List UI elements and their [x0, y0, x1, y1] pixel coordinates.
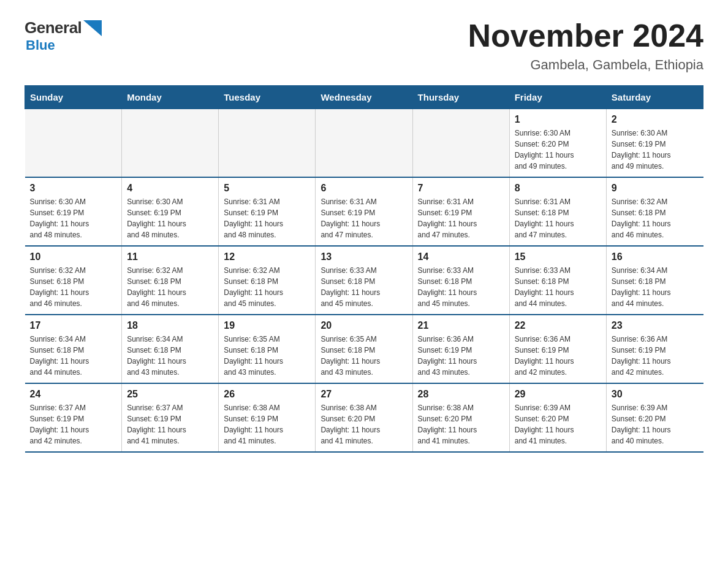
- calendar-cell: 2Sunrise: 6:30 AM Sunset: 6:19 PM Daylig…: [606, 109, 703, 178]
- calendar-cell: 18Sunrise: 6:34 AM Sunset: 6:18 PM Dayli…: [122, 315, 219, 383]
- weekday-header-monday: Monday: [122, 86, 219, 109]
- page-header: General Blue November 2024 Gambela, Gamb…: [25, 18, 703, 73]
- day-number: 18: [127, 320, 213, 331]
- weekday-header-friday: Friday: [509, 86, 606, 109]
- calendar-title: November 2024: [468, 18, 703, 53]
- calendar-subtitle: Gambela, Gambela, Ethiopia: [468, 57, 703, 73]
- calendar-cell: 11Sunrise: 6:32 AM Sunset: 6:18 PM Dayli…: [122, 246, 219, 315]
- logo-blue-text: Blue: [26, 37, 55, 53]
- calendar-cell: 3Sunrise: 6:30 AM Sunset: 6:19 PM Daylig…: [25, 177, 122, 246]
- day-info: Sunrise: 6:35 AM Sunset: 6:18 PM Dayligh…: [224, 334, 310, 378]
- day-info: Sunrise: 6:31 AM Sunset: 6:18 PM Dayligh…: [515, 196, 601, 240]
- calendar-cell: 21Sunrise: 6:36 AM Sunset: 6:19 PM Dayli…: [412, 315, 509, 383]
- calendar-cell: 5Sunrise: 6:31 AM Sunset: 6:19 PM Daylig…: [219, 177, 316, 246]
- calendar-cell: 25Sunrise: 6:37 AM Sunset: 6:19 PM Dayli…: [122, 383, 219, 452]
- day-info: Sunrise: 6:39 AM Sunset: 6:20 PM Dayligh…: [612, 402, 699, 446]
- calendar-cell: 13Sunrise: 6:33 AM Sunset: 6:18 PM Dayli…: [316, 246, 412, 315]
- weekday-header-saturday: Saturday: [606, 86, 703, 109]
- day-number: 24: [30, 389, 117, 400]
- calendar-cell: 30Sunrise: 6:39 AM Sunset: 6:20 PM Dayli…: [606, 383, 703, 452]
- calendar-cell: [25, 109, 122, 178]
- day-number: 6: [320, 183, 407, 194]
- day-info: Sunrise: 6:32 AM Sunset: 6:18 PM Dayligh…: [612, 196, 699, 240]
- calendar-cell: 16Sunrise: 6:34 AM Sunset: 6:18 PM Dayli…: [606, 246, 703, 315]
- calendar-cell: [219, 109, 316, 178]
- calendar-cell: [122, 109, 219, 178]
- calendar-header: SundayMondayTuesdayWednesdayThursdayFrid…: [25, 86, 703, 109]
- calendar-cell: 28Sunrise: 6:38 AM Sunset: 6:20 PM Dayli…: [412, 383, 509, 452]
- day-number: 30: [612, 389, 699, 400]
- calendar-cell: 14Sunrise: 6:33 AM Sunset: 6:18 PM Dayli…: [412, 246, 509, 315]
- weekday-header-tuesday: Tuesday: [219, 86, 316, 109]
- day-info: Sunrise: 6:36 AM Sunset: 6:19 PM Dayligh…: [612, 334, 699, 378]
- calendar-cell: 29Sunrise: 6:39 AM Sunset: 6:20 PM Dayli…: [509, 383, 606, 452]
- day-info: Sunrise: 6:32 AM Sunset: 6:18 PM Dayligh…: [224, 265, 310, 309]
- day-number: 19: [224, 320, 310, 331]
- day-number: 22: [515, 320, 601, 331]
- weekday-header-sunday: Sunday: [25, 86, 122, 109]
- calendar-cell: 1Sunrise: 6:30 AM Sunset: 6:20 PM Daylig…: [509, 109, 606, 178]
- day-number: 12: [224, 251, 310, 262]
- calendar-cell: 12Sunrise: 6:32 AM Sunset: 6:18 PM Dayli…: [219, 246, 316, 315]
- calendar-cell: 4Sunrise: 6:30 AM Sunset: 6:19 PM Daylig…: [122, 177, 219, 246]
- day-info: Sunrise: 6:30 AM Sunset: 6:19 PM Dayligh…: [612, 128, 699, 172]
- day-info: Sunrise: 6:38 AM Sunset: 6:19 PM Dayligh…: [224, 402, 310, 446]
- day-info: Sunrise: 6:33 AM Sunset: 6:18 PM Dayligh…: [320, 265, 407, 309]
- calendar-cell: 17Sunrise: 6:34 AM Sunset: 6:18 PM Dayli…: [25, 315, 122, 383]
- day-info: Sunrise: 6:32 AM Sunset: 6:18 PM Dayligh…: [30, 265, 117, 309]
- title-block: November 2024 Gambela, Gambela, Ethiopia: [468, 18, 703, 73]
- calendar-cell: 27Sunrise: 6:38 AM Sunset: 6:20 PM Dayli…: [316, 383, 412, 452]
- weekday-header-thursday: Thursday: [412, 86, 509, 109]
- day-info: Sunrise: 6:31 AM Sunset: 6:19 PM Dayligh…: [320, 196, 407, 240]
- day-number: 7: [418, 183, 504, 194]
- day-info: Sunrise: 6:30 AM Sunset: 6:20 PM Dayligh…: [515, 128, 601, 172]
- week-row-2: 3Sunrise: 6:30 AM Sunset: 6:19 PM Daylig…: [25, 177, 703, 246]
- calendar-cell: 7Sunrise: 6:31 AM Sunset: 6:19 PM Daylig…: [412, 177, 509, 246]
- day-number: 10: [30, 251, 117, 262]
- calendar-table: SundayMondayTuesdayWednesdayThursdayFrid…: [25, 85, 703, 453]
- weekday-header-wednesday: Wednesday: [316, 86, 412, 109]
- logo-general-text: General: [25, 18, 82, 37]
- day-info: Sunrise: 6:32 AM Sunset: 6:18 PM Dayligh…: [127, 265, 213, 309]
- day-number: 11: [127, 251, 213, 262]
- calendar-cell: 20Sunrise: 6:35 AM Sunset: 6:18 PM Dayli…: [316, 315, 412, 383]
- day-number: 27: [320, 389, 407, 400]
- logo: General Blue: [25, 18, 102, 53]
- calendar-cell: 9Sunrise: 6:32 AM Sunset: 6:18 PM Daylig…: [606, 177, 703, 246]
- day-number: 17: [30, 320, 117, 331]
- svg-marker-0: [83, 20, 102, 36]
- day-number: 25: [127, 389, 213, 400]
- calendar-cell: 22Sunrise: 6:36 AM Sunset: 6:19 PM Dayli…: [509, 315, 606, 383]
- calendar-cell: 8Sunrise: 6:31 AM Sunset: 6:18 PM Daylig…: [509, 177, 606, 246]
- logo-icon: [83, 20, 102, 36]
- week-row-1: 1Sunrise: 6:30 AM Sunset: 6:20 PM Daylig…: [25, 109, 703, 178]
- day-info: Sunrise: 6:37 AM Sunset: 6:19 PM Dayligh…: [127, 402, 213, 446]
- day-number: 28: [418, 389, 504, 400]
- calendar-cell: 26Sunrise: 6:38 AM Sunset: 6:19 PM Dayli…: [219, 383, 316, 452]
- day-info: Sunrise: 6:34 AM Sunset: 6:18 PM Dayligh…: [127, 334, 213, 378]
- day-info: Sunrise: 6:34 AM Sunset: 6:18 PM Dayligh…: [612, 265, 699, 309]
- calendar-cell: 24Sunrise: 6:37 AM Sunset: 6:19 PM Dayli…: [25, 383, 122, 452]
- day-info: Sunrise: 6:33 AM Sunset: 6:18 PM Dayligh…: [515, 265, 601, 309]
- day-info: Sunrise: 6:33 AM Sunset: 6:18 PM Dayligh…: [418, 265, 504, 309]
- day-number: 4: [127, 183, 213, 194]
- day-number: 20: [320, 320, 407, 331]
- day-info: Sunrise: 6:30 AM Sunset: 6:19 PM Dayligh…: [30, 196, 117, 240]
- day-number: 23: [612, 320, 699, 331]
- week-row-5: 24Sunrise: 6:37 AM Sunset: 6:19 PM Dayli…: [25, 383, 703, 452]
- day-info: Sunrise: 6:36 AM Sunset: 6:19 PM Dayligh…: [515, 334, 601, 378]
- calendar-body: 1Sunrise: 6:30 AM Sunset: 6:20 PM Daylig…: [25, 109, 703, 453]
- day-info: Sunrise: 6:31 AM Sunset: 6:19 PM Dayligh…: [224, 196, 310, 240]
- day-number: 21: [418, 320, 504, 331]
- day-info: Sunrise: 6:37 AM Sunset: 6:19 PM Dayligh…: [30, 402, 117, 446]
- day-info: Sunrise: 6:38 AM Sunset: 6:20 PM Dayligh…: [320, 402, 407, 446]
- calendar-cell: 15Sunrise: 6:33 AM Sunset: 6:18 PM Dayli…: [509, 246, 606, 315]
- day-number: 9: [612, 183, 699, 194]
- calendar-cell: 19Sunrise: 6:35 AM Sunset: 6:18 PM Dayli…: [219, 315, 316, 383]
- day-number: 26: [224, 389, 310, 400]
- day-number: 5: [224, 183, 310, 194]
- day-number: 16: [612, 251, 699, 262]
- day-number: 2: [612, 114, 699, 125]
- day-info: Sunrise: 6:38 AM Sunset: 6:20 PM Dayligh…: [418, 402, 504, 446]
- day-info: Sunrise: 6:35 AM Sunset: 6:18 PM Dayligh…: [320, 334, 407, 378]
